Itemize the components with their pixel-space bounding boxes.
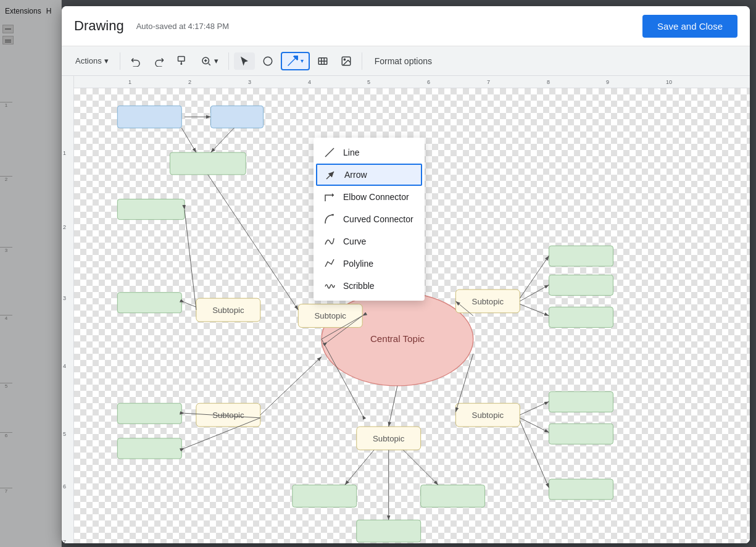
scribble-label: Scribble [343, 281, 375, 291]
svg-rect-15 [117, 293, 181, 313]
resize-icon [317, 56, 328, 67]
shape-icon [262, 56, 273, 67]
v-ruler-label-1: 1 [63, 150, 66, 156]
ruler-label-5: 5 [367, 79, 370, 85]
canvas-area[interactable]: 1 2 3 4 5 6 7 8 9 10 1 2 3 4 5 6 7 [62, 76, 750, 543]
svg-text:Subtopic: Subtopic [373, 434, 405, 443]
actions-label: Actions [75, 56, 102, 65]
v-ruler-label-7: 7 [63, 539, 66, 543]
svg-text:Subtopic: Subtopic [314, 311, 346, 320]
resize-tool-button[interactable] [312, 52, 333, 70]
toolbar-separator-3 [362, 52, 362, 70]
paint-format-icon [177, 56, 188, 67]
cursor-icon [239, 56, 250, 67]
curve-label: Curve [343, 236, 366, 246]
actions-chevron-icon: ▾ [104, 56, 109, 65]
line-label: Line [343, 148, 359, 157]
svg-rect-31 [549, 391, 613, 412]
svg-text:Subtopic: Subtopic [212, 306, 244, 315]
curved-connector-label: Curved Connector [343, 214, 413, 224]
svg-rect-17 [117, 438, 181, 459]
line-icon [323, 146, 336, 159]
v-ruler-label-4: 4 [63, 363, 66, 369]
dropdown-item-arrow[interactable]: Arrow [316, 164, 422, 186]
ruler-label-3: 3 [248, 79, 251, 85]
scribble-icon [323, 280, 336, 292]
dropdown-item-curve[interactable]: Curve [314, 230, 425, 253]
svg-text:Subtopic: Subtopic [472, 297, 504, 306]
dropdown-item-scribble[interactable]: Scribble [314, 275, 425, 297]
v-ruler-label-5: 5 [63, 431, 66, 437]
toolbar-separator-1 [120, 52, 120, 70]
svg-rect-33 [549, 479, 613, 499]
zoom-button[interactable]: ▾ [196, 52, 223, 70]
svg-line-41 [181, 128, 196, 152]
svg-line-63 [325, 148, 334, 157]
ruler-label-2: 2 [188, 79, 191, 85]
dropdown-item-curved[interactable]: Curved Connector [314, 208, 425, 230]
drawing-dialog: Drawing Auto-saved at 4:17:48 PM Save an… [62, 6, 750, 543]
title-area: Drawing Auto-saved at 4:17:48 PM [74, 18, 229, 34]
zoom-chevron: ▾ [214, 56, 218, 65]
redo-icon [154, 56, 165, 67]
svg-line-65 [326, 172, 334, 179]
svg-line-56 [345, 450, 374, 485]
svg-rect-10 [211, 106, 264, 128]
ruler-label-8: 8 [547, 79, 550, 85]
svg-rect-38 [357, 520, 421, 542]
svg-rect-36 [293, 485, 357, 507]
shape-tool-button[interactable] [257, 52, 278, 70]
arrow-icon [325, 169, 337, 181]
ruler-label-4: 4 [308, 79, 311, 85]
horizontal-ruler: 1 2 3 4 5 6 7 8 9 10 [74, 76, 750, 88]
svg-line-42 [208, 175, 298, 310]
svg-rect-29 [549, 275, 613, 295]
line-tool-button[interactable]: ▾ [281, 52, 310, 70]
undo-icon [130, 56, 141, 67]
svg-rect-28 [549, 246, 613, 266]
v-ruler-label-2: 2 [63, 224, 66, 230]
svg-marker-66 [332, 193, 334, 197]
paint-format-button[interactable] [172, 52, 193, 70]
svg-line-55 [520, 421, 549, 488]
svg-line-51 [520, 285, 549, 301]
zoom-icon [201, 56, 212, 67]
svg-line-50 [520, 256, 549, 298]
select-tool-button[interactable] [234, 52, 255, 70]
dropdown-item-polyline[interactable]: Polyline [314, 253, 425, 275]
v-ruler-label-6: 6 [63, 483, 66, 490]
dropdown-item-line[interactable]: Line [314, 141, 425, 164]
save-close-button[interactable]: Save and Close [642, 15, 737, 38]
redo-button[interactable] [149, 52, 170, 70]
polyline-label: Polyline [343, 259, 373, 269]
svg-point-2 [264, 57, 272, 65]
image-insert-button[interactable] [336, 52, 357, 70]
v-ruler-label-3: 3 [63, 295, 66, 301]
arrow-label: Arrow [344, 170, 367, 180]
svg-line-48 [389, 386, 397, 427]
line-dropdown-menu: Line Arrow [314, 138, 425, 301]
ruler-label-9: 9 [606, 79, 609, 85]
svg-line-58 [403, 450, 438, 485]
dialog-header: Drawing Auto-saved at 4:17:48 PM Save an… [62, 6, 750, 46]
svg-rect-11 [170, 152, 246, 175]
ruler-label-7: 7 [487, 79, 490, 85]
actions-dropdown-button[interactable]: Actions ▾ [69, 53, 115, 69]
svg-rect-32 [549, 424, 613, 444]
curved-connector-icon [323, 213, 336, 225]
elbow-label: Elbow Connector [343, 192, 409, 202]
curve-icon [323, 235, 336, 248]
svg-line-59 [260, 357, 322, 415]
svg-rect-30 [549, 307, 613, 327]
dropdown-item-elbow[interactable]: Elbow Connector [314, 186, 425, 208]
svg-rect-0 [178, 56, 185, 61]
svg-rect-37 [421, 485, 485, 507]
undo-button[interactable] [125, 52, 146, 70]
svg-line-52 [520, 304, 549, 316]
dialog-title: Drawing [74, 18, 124, 34]
autosave-label: Auto-saved at 4:17:48 PM [136, 22, 229, 31]
svg-line-53 [520, 401, 549, 415]
format-options-button[interactable]: Format options [367, 53, 439, 69]
ruler-label-6: 6 [427, 79, 430, 85]
svg-rect-9 [117, 106, 181, 128]
